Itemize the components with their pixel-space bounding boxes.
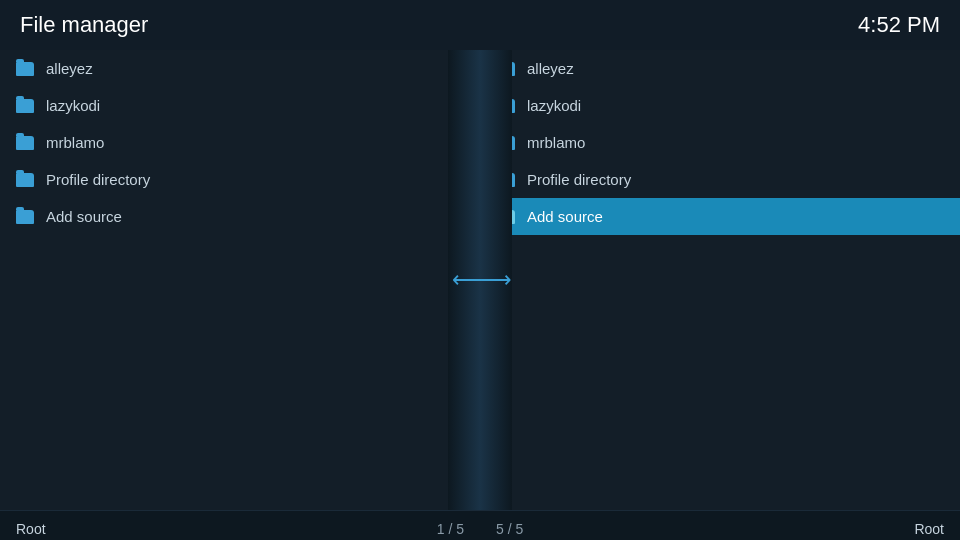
right-item-label: mrblamo: [527, 134, 585, 151]
folder-icon: [16, 136, 34, 150]
right-item-add-source[interactable]: Add source: [481, 198, 960, 235]
right-item-label: Add source: [527, 208, 603, 225]
header: File manager 4:52 PM: [0, 0, 960, 50]
footer: Root 1 / 5 5 / 5 Root: [0, 510, 960, 540]
app-title: File manager: [20, 12, 148, 38]
left-item-lazykodi[interactable]: lazykodi: [0, 87, 480, 124]
left-item-add-source[interactable]: Add source: [0, 198, 480, 235]
folder-icon: [16, 173, 34, 187]
footer-left: Root 1 / 5: [0, 511, 480, 540]
right-footer-count: 5 / 5: [496, 521, 523, 537]
right-item-alleyez[interactable]: alleyez: [481, 50, 960, 87]
left-item-label: Profile directory: [46, 171, 150, 188]
left-footer-label: Root: [16, 521, 46, 537]
left-footer-count: 1 / 5: [437, 521, 464, 537]
right-item-label: lazykodi: [527, 97, 581, 114]
left-item-label: Add source: [46, 208, 122, 225]
folder-icon: [16, 99, 34, 113]
left-item-label: lazykodi: [46, 97, 100, 114]
center-divider: ⟵⟶: [448, 50, 512, 510]
left-item-profile-directory[interactable]: Profile directory: [0, 161, 480, 198]
right-item-mrblamo[interactable]: mrblamo: [481, 124, 960, 161]
main-content: alleyez lazykodi mrblamo Profile directo…: [0, 50, 960, 510]
right-panel: alleyez lazykodi mrblamo Profile directo…: [480, 50, 960, 510]
folder-icon: [16, 62, 34, 76]
left-item-label: mrblamo: [46, 134, 104, 151]
left-item-mrblamo[interactable]: mrblamo: [0, 124, 480, 161]
right-item-lazykodi[interactable]: lazykodi: [481, 87, 960, 124]
left-item-alleyez[interactable]: alleyez: [0, 50, 480, 87]
clock: 4:52 PM: [858, 12, 940, 38]
left-item-label: alleyez: [46, 60, 93, 77]
right-item-label: alleyez: [527, 60, 574, 77]
left-panel: alleyez lazykodi mrblamo Profile directo…: [0, 50, 480, 510]
footer-right: 5 / 5 Root: [480, 511, 960, 540]
right-item-profile-directory[interactable]: Profile directory: [481, 161, 960, 198]
transfer-arrows-icon: ⟵⟶: [452, 267, 508, 293]
right-footer-label: Root: [914, 521, 944, 537]
folder-icon: [16, 210, 34, 224]
right-item-label: Profile directory: [527, 171, 631, 188]
